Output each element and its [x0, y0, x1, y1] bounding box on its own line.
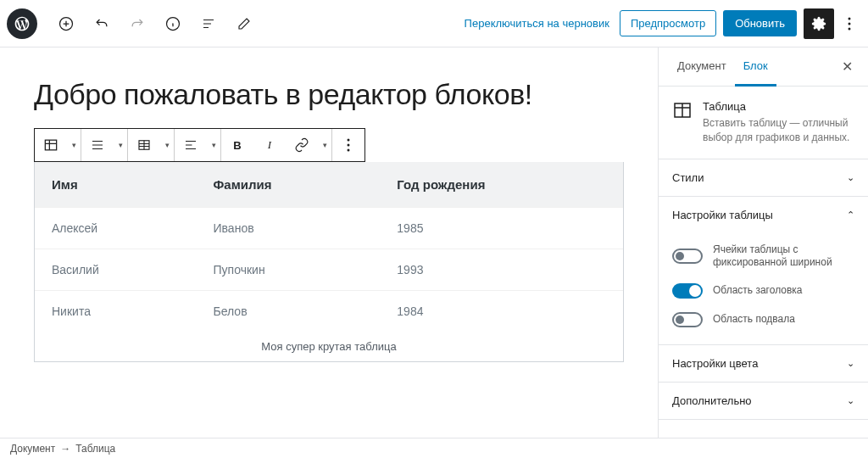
table-header-cell[interactable]: Имя [35, 162, 197, 208]
breadcrumb-root[interactable]: Документ [10, 443, 55, 455]
block-info-panel: Таблица Вставить таблицу — отличный выбо… [659, 87, 868, 159]
redo-button[interactable] [122, 8, 153, 39]
editor-canvas: Добро пожаловать в редактор блоков! ▾ ▾ … [0, 47, 658, 438]
tab-document[interactable]: Документ [669, 47, 735, 87]
breadcrumb-separator: → [60, 443, 70, 455]
preview-button[interactable]: Предпросмотр [620, 10, 716, 36]
bold-button[interactable]: B [221, 129, 253, 161]
chevron-down-icon: ⌄ [847, 358, 854, 369]
svg-point-3 [849, 22, 851, 25]
block-more-button[interactable] [332, 129, 364, 161]
section-label: Дополнительно [672, 394, 752, 407]
top-toolbar: Переключиться на черновик Предпросмотр О… [0, 0, 868, 47]
toggle-footer-section[interactable] [672, 312, 703, 327]
svg-point-8 [348, 144, 350, 147]
toggle-label: Ячейки таблицы с фиксированной шириной [713, 243, 854, 270]
section-label: Настройки цвета [672, 357, 758, 370]
table-block[interactable]: Имя Фамилия Год рождения АлексейИванов19… [34, 162, 624, 362]
chevron-up-icon: ⌃ [847, 209, 854, 221]
table-row[interactable]: ВасилийПупочкин1993 [35, 249, 623, 291]
table-cell[interactable]: Иванов [197, 208, 381, 249]
section-styles[interactable]: Стили⌄ [659, 159, 868, 196]
section-advanced[interactable]: Дополнительно⌄ [659, 383, 868, 419]
table-cell[interactable]: 1985 [380, 208, 623, 249]
table-row[interactable]: НикитаБелов1984 [35, 291, 623, 332]
svg-point-4 [849, 27, 851, 30]
table-cell[interactable]: Белов [197, 291, 381, 332]
table-header-row[interactable]: Имя Фамилия Год рождения [35, 162, 623, 208]
section-color-settings[interactable]: Настройки цвета⌄ [659, 345, 868, 382]
more-format-dropdown[interactable]: ▾ [318, 141, 331, 149]
table-row[interactable]: АлексейИванов1985 [35, 208, 623, 249]
table-edit-button[interactable] [128, 129, 160, 161]
text-align-button[interactable] [175, 129, 207, 161]
block-title: Таблица [703, 100, 854, 113]
block-toolbar: ▾ ▾ ▾ ▾ B I ▾ [34, 128, 365, 162]
table-edit-dropdown[interactable]: ▾ [160, 141, 174, 149]
block-type-button[interactable] [35, 129, 67, 161]
wordpress-logo[interactable] [7, 8, 37, 39]
update-button[interactable]: Обновить [723, 10, 797, 36]
settings-toggle-button[interactable] [804, 8, 834, 39]
table-cell[interactable]: Василий [35, 249, 197, 291]
align-dropdown[interactable]: ▾ [114, 141, 127, 149]
section-table-settings[interactable]: Настройки таблицы⌃ [659, 197, 868, 233]
toggle-header-section[interactable] [672, 283, 703, 299]
tab-block[interactable]: Блок [735, 47, 776, 87]
breadcrumb-current[interactable]: Таблица [75, 443, 115, 455]
toggle-label: Область заголовка [713, 284, 803, 298]
table-cell[interactable]: Алексей [35, 208, 197, 249]
svg-rect-5 [45, 140, 56, 150]
block-description: Вставить таблицу — отличный выбор для гр… [703, 116, 854, 145]
table-cell[interactable]: 1993 [380, 249, 623, 291]
italic-button[interactable]: I [253, 129, 286, 161]
chevron-down-icon: ⌄ [847, 172, 854, 183]
add-block-button[interactable] [51, 8, 81, 39]
block-type-dropdown[interactable]: ▾ [67, 141, 81, 149]
section-label: Настройки таблицы [672, 209, 773, 221]
svg-point-9 [348, 149, 350, 152]
table-cell[interactable]: Пупочкин [197, 249, 381, 291]
table-caption[interactable]: Моя супер крутая таблица [35, 332, 623, 361]
sidebar-scrollbar[interactable] [658, 90, 659, 141]
table-header-cell[interactable]: Фамилия [197, 162, 381, 208]
align-button[interactable] [81, 129, 114, 161]
info-button[interactable] [158, 8, 188, 39]
post-title[interactable]: Добро пожаловать в редактор блоков! [34, 78, 624, 111]
text-align-dropdown[interactable]: ▾ [207, 141, 220, 149]
table-cell[interactable]: 1984 [380, 291, 623, 332]
settings-sidebar: Документ Блок ✕ Таблица Вставить таблицу… [658, 47, 868, 438]
undo-button[interactable] [86, 8, 117, 39]
toggle-fixed-width[interactable] [672, 249, 703, 264]
table-icon [672, 100, 693, 120]
more-menu-button[interactable] [837, 8, 861, 39]
toggle-label: Область подвала [713, 313, 795, 327]
section-label: Стили [672, 171, 704, 184]
table-cell[interactable]: Никита [35, 291, 197, 332]
svg-point-7 [348, 139, 350, 142]
switch-to-draft-link[interactable]: Переключиться на черновик [465, 17, 609, 30]
breadcrumb: Документ → Таблица [0, 438, 868, 458]
edit-mode-button[interactable] [229, 8, 259, 39]
close-sidebar-button[interactable]: ✕ [837, 53, 858, 80]
link-button[interactable] [286, 129, 318, 161]
svg-point-2 [849, 17, 851, 20]
outline-button[interactable] [193, 8, 224, 39]
table-header-cell[interactable]: Год рождения [380, 162, 623, 208]
chevron-down-icon: ⌄ [847, 395, 854, 406]
